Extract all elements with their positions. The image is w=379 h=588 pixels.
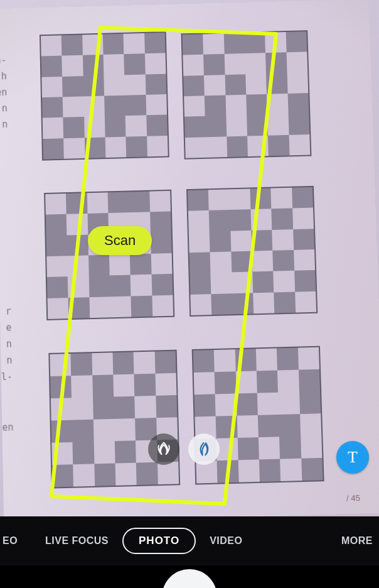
shutter-button-partial[interactable] bbox=[158, 565, 221, 588]
page-pattern-tile bbox=[192, 346, 324, 485]
bixby-text-badge[interactable]: T bbox=[336, 441, 369, 474]
mode-video[interactable]: VIDEO bbox=[207, 529, 245, 553]
leaf-icon bbox=[195, 440, 213, 458]
mode-live-focus[interactable]: LIVE FOCUS bbox=[43, 529, 111, 553]
mode-photo-selected[interactable]: PHOTO bbox=[122, 528, 196, 554]
page-pattern-tile bbox=[40, 31, 169, 161]
text-badge-label: T bbox=[348, 448, 358, 467]
page-pattern-tile bbox=[186, 186, 318, 317]
page-edge-text: en bbox=[1, 419, 14, 436]
scene-filter-leaves-dark[interactable] bbox=[148, 433, 179, 465]
scene-filter-leaf-light[interactable] bbox=[188, 433, 220, 465]
page-edge-text: a- h en n n bbox=[0, 52, 8, 133]
camera-mode-strip: EO LIVE FOCUS PHOTO VIDEO MORE bbox=[0, 516, 379, 565]
leaves-icon bbox=[155, 440, 173, 458]
scan-button[interactable]: Scan bbox=[88, 226, 152, 255]
captured-page-background: a- h en n n r e n n l- en / 45 bbox=[0, 0, 379, 516]
mode-prev-partial[interactable]: EO bbox=[3, 529, 26, 553]
camera-viewfinder[interactable]: a- h en n n r e n n l- en / 45 Scan T bbox=[0, 0, 379, 516]
page-pattern-tile bbox=[181, 30, 311, 160]
page-edge-text: r e n n l- bbox=[0, 303, 13, 385]
page-pattern-tile bbox=[48, 350, 180, 489]
page-number-fragment: / 45 bbox=[346, 493, 360, 503]
mode-more[interactable]: MORE bbox=[339, 529, 376, 553]
